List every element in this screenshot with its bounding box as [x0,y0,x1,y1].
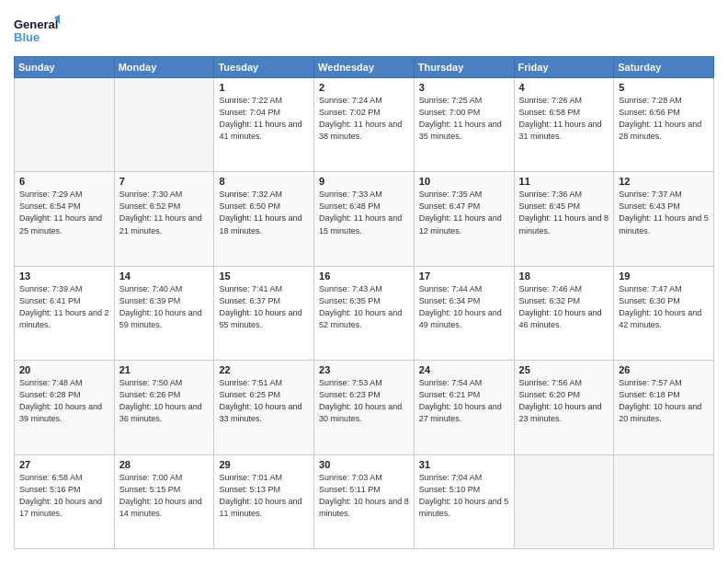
weekday-header-monday: Monday [114,57,214,78]
day-info: Sunrise: 7:37 AM Sunset: 6:43 PM Dayligh… [619,189,709,236]
calendar-cell [15,78,115,172]
calendar-cell: 3 Sunrise: 7:25 AM Sunset: 7:00 PM Dayli… [414,78,514,172]
day-info: Sunrise: 7:46 AM Sunset: 6:32 PM Dayligh… [519,283,609,331]
day-number: 17 [419,270,509,282]
logo-svg: General Blue [14,14,60,49]
week-row-3: 20 Sunrise: 7:48 AM Sunset: 6:28 PM Dayl… [15,361,714,454]
day-number: 26 [619,364,709,375]
calendar-cell: 18 Sunrise: 7:46 AM Sunset: 6:32 PM Dayl… [514,266,614,360]
header: General Blue [14,14,714,49]
day-info: Sunrise: 7:48 AM Sunset: 6:28 PM Dayligh… [19,377,109,425]
calendar-cell: 7 Sunrise: 7:30 AM Sunset: 6:52 PM Dayli… [114,172,214,266]
svg-text:General: General [14,17,58,31]
week-row-2: 13 Sunrise: 7:39 AM Sunset: 6:41 PM Dayl… [15,266,714,360]
calendar-cell: 12 Sunrise: 7:37 AM Sunset: 6:43 PM Dayl… [614,172,714,266]
calendar-cell: 2 Sunrise: 7:24 AM Sunset: 7:02 PM Dayli… [314,78,415,172]
calendar-cell: 15 Sunrise: 7:41 AM Sunset: 6:37 PM Dayl… [214,266,314,360]
calendar-table: SundayMondayTuesdayWednesdayThursdayFrid… [14,56,714,549]
day-number: 14 [119,270,210,282]
calendar-cell [114,78,214,172]
day-number: 9 [319,176,409,187]
day-info: Sunrise: 7:04 AM Sunset: 5:10 PM Dayligh… [419,472,509,520]
day-number: 23 [319,364,409,375]
calendar-cell: 13 Sunrise: 7:39 AM Sunset: 6:41 PM Dayl… [15,266,115,360]
day-info: Sunrise: 7:30 AM Sunset: 6:52 PM Dayligh… [119,189,210,236]
day-info: Sunrise: 7:22 AM Sunset: 7:04 PM Dayligh… [219,95,309,143]
calendar-cell: 17 Sunrise: 7:44 AM Sunset: 6:34 PM Dayl… [414,266,514,360]
day-number: 21 [119,364,210,375]
day-info: Sunrise: 7:47 AM Sunset: 6:30 PM Dayligh… [619,283,709,331]
svg-text:Blue: Blue [14,30,40,44]
logo: General Blue [14,14,60,49]
calendar-cell: 28 Sunrise: 7:00 AM Sunset: 5:15 PM Dayl… [114,454,214,548]
day-number: 8 [219,176,309,187]
calendar-cell: 26 Sunrise: 7:57 AM Sunset: 6:18 PM Dayl… [614,361,714,454]
day-number: 2 [319,82,409,93]
page: General Blue SundayMondayTuesdayWednesda… [0,0,728,563]
day-number: 28 [119,459,210,470]
day-info: Sunrise: 7:01 AM Sunset: 5:13 PM Dayligh… [219,472,309,520]
weekday-header-friday: Friday [514,57,614,78]
day-info: Sunrise: 7:50 AM Sunset: 6:26 PM Dayligh… [119,377,210,425]
weekday-header-tuesday: Tuesday [214,57,314,78]
day-number: 3 [419,82,509,93]
calendar-cell: 8 Sunrise: 7:32 AM Sunset: 6:50 PM Dayli… [214,172,314,266]
day-number: 31 [419,459,509,470]
calendar-cell: 23 Sunrise: 7:53 AM Sunset: 6:23 PM Dayl… [314,361,415,454]
calendar-cell: 9 Sunrise: 7:33 AM Sunset: 6:48 PM Dayli… [314,172,415,266]
day-info: Sunrise: 7:39 AM Sunset: 6:41 PM Dayligh… [19,283,109,331]
day-info: Sunrise: 7:44 AM Sunset: 6:34 PM Dayligh… [419,283,509,331]
weekday-header-wednesday: Wednesday [314,57,415,78]
day-number: 11 [519,176,609,187]
calendar-cell: 20 Sunrise: 7:48 AM Sunset: 6:28 PM Dayl… [15,361,115,454]
calendar-cell: 21 Sunrise: 7:50 AM Sunset: 6:26 PM Dayl… [114,361,214,454]
day-info: Sunrise: 7:51 AM Sunset: 6:25 PM Dayligh… [219,377,309,425]
day-info: Sunrise: 7:36 AM Sunset: 6:45 PM Dayligh… [519,189,609,236]
day-number: 22 [219,364,309,375]
day-info: Sunrise: 7:35 AM Sunset: 6:47 PM Dayligh… [419,189,509,236]
calendar-cell: 5 Sunrise: 7:28 AM Sunset: 6:56 PM Dayli… [614,78,714,172]
day-number: 16 [319,270,409,282]
day-info: Sunrise: 7:26 AM Sunset: 6:58 PM Dayligh… [519,95,609,143]
day-info: Sunrise: 7:33 AM Sunset: 6:48 PM Dayligh… [319,189,409,236]
weekday-header-row: SundayMondayTuesdayWednesdayThursdayFrid… [15,57,714,78]
calendar-cell: 10 Sunrise: 7:35 AM Sunset: 6:47 PM Dayl… [414,172,514,266]
calendar-cell: 16 Sunrise: 7:43 AM Sunset: 6:35 PM Dayl… [314,266,415,360]
day-number: 7 [119,176,210,187]
day-number: 19 [619,270,709,282]
day-info: Sunrise: 7:29 AM Sunset: 6:54 PM Dayligh… [19,189,109,236]
weekday-header-thursday: Thursday [414,57,514,78]
day-info: Sunrise: 7:24 AM Sunset: 7:02 PM Dayligh… [319,95,409,143]
calendar-cell [614,454,714,548]
day-number: 27 [19,459,109,470]
day-number: 12 [619,176,709,187]
day-number: 24 [419,364,509,375]
day-number: 30 [319,459,409,470]
day-number: 15 [219,270,309,282]
day-info: Sunrise: 7:53 AM Sunset: 6:23 PM Dayligh… [319,377,409,425]
calendar-cell: 31 Sunrise: 7:04 AM Sunset: 5:10 PM Dayl… [414,454,514,548]
calendar-cell: 14 Sunrise: 7:40 AM Sunset: 6:39 PM Dayl… [114,266,214,360]
calendar-cell: 27 Sunrise: 6:58 AM Sunset: 5:16 PM Dayl… [15,454,115,548]
calendar-cell: 6 Sunrise: 7:29 AM Sunset: 6:54 PM Dayli… [15,172,115,266]
day-info: Sunrise: 7:28 AM Sunset: 6:56 PM Dayligh… [619,95,709,143]
day-info: Sunrise: 7:25 AM Sunset: 7:00 PM Dayligh… [419,95,509,143]
calendar-cell: 29 Sunrise: 7:01 AM Sunset: 5:13 PM Dayl… [214,454,314,548]
day-info: Sunrise: 7:03 AM Sunset: 5:11 PM Dayligh… [319,472,409,520]
calendar-cell: 4 Sunrise: 7:26 AM Sunset: 6:58 PM Dayli… [514,78,614,172]
calendar-cell: 1 Sunrise: 7:22 AM Sunset: 7:04 PM Dayli… [214,78,314,172]
day-number: 4 [519,82,609,93]
day-info: Sunrise: 7:41 AM Sunset: 6:37 PM Dayligh… [219,283,309,331]
day-number: 10 [419,176,509,187]
calendar-cell: 11 Sunrise: 7:36 AM Sunset: 6:45 PM Dayl… [514,172,614,266]
day-info: Sunrise: 6:58 AM Sunset: 5:16 PM Dayligh… [19,472,109,520]
day-number: 29 [219,459,309,470]
weekday-header-saturday: Saturday [614,57,714,78]
day-number: 1 [219,82,309,93]
day-number: 6 [19,176,109,187]
day-info: Sunrise: 7:32 AM Sunset: 6:50 PM Dayligh… [219,189,309,236]
day-number: 5 [619,82,709,93]
week-row-0: 1 Sunrise: 7:22 AM Sunset: 7:04 PM Dayli… [15,78,714,172]
calendar-cell: 25 Sunrise: 7:56 AM Sunset: 6:20 PM Dayl… [514,361,614,454]
calendar-cell: 19 Sunrise: 7:47 AM Sunset: 6:30 PM Dayl… [614,266,714,360]
